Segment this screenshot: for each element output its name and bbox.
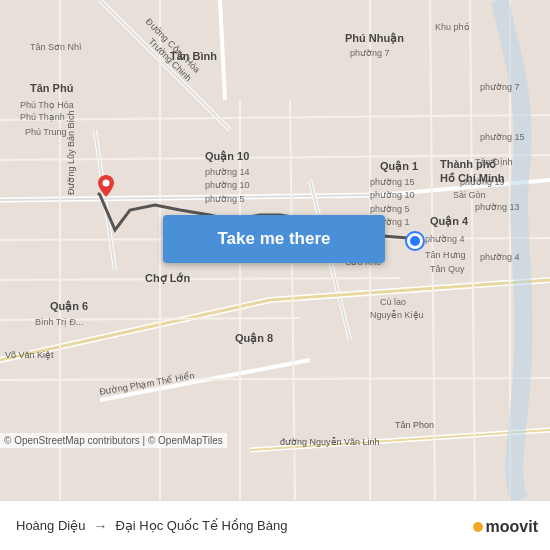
destination-marker bbox=[98, 175, 114, 197]
svg-text:phường 10: phường 10 bbox=[370, 190, 415, 200]
svg-text:phường 4: phường 4 bbox=[425, 234, 465, 244]
svg-text:Quận 6: Quận 6 bbox=[50, 300, 88, 313]
svg-text:phường 14: phường 14 bbox=[205, 167, 250, 177]
svg-text:Tân Phon: Tân Phon bbox=[395, 420, 434, 430]
moovit-text: moovit bbox=[486, 518, 538, 536]
svg-line-28 bbox=[470, 0, 475, 500]
svg-text:Tân Phú: Tân Phú bbox=[30, 82, 73, 94]
footer: Hoàng Diệu → Đại Học Quốc Tế Hồng Bàng m… bbox=[0, 500, 550, 550]
svg-text:Chợ Lớn: Chợ Lớn bbox=[145, 272, 190, 285]
from-label: Hoàng Diệu bbox=[16, 518, 85, 533]
origin-marker bbox=[407, 233, 423, 249]
svg-text:phường 13: phường 13 bbox=[475, 202, 520, 212]
svg-text:Quận 1: Quận 1 bbox=[380, 160, 418, 173]
svg-text:Phú Nhuận: Phú Nhuận bbox=[345, 32, 404, 45]
arrow-icon: → bbox=[93, 518, 107, 534]
moovit-logo: moovit bbox=[473, 518, 538, 536]
svg-text:Đường Lũy Bán Bích: Đường Lũy Bán Bích bbox=[66, 110, 76, 195]
svg-text:phường 15: phường 15 bbox=[370, 177, 415, 187]
svg-text:Khu phố: Khu phố bbox=[435, 22, 470, 32]
svg-text:phường 4: phường 4 bbox=[480, 252, 520, 262]
to-label: Đại Học Quốc Tế Hồng Bàng bbox=[115, 518, 287, 533]
svg-text:Bình Trị Đ...: Bình Trị Đ... bbox=[35, 317, 84, 327]
svg-text:Phú Trung: Phú Trung bbox=[25, 127, 67, 137]
svg-text:Hồ Chí Minh: Hồ Chí Minh bbox=[440, 172, 505, 184]
svg-text:Tân Sơn Nhì: Tân Sơn Nhì bbox=[30, 42, 82, 52]
svg-text:phường 10: phường 10 bbox=[205, 180, 250, 190]
svg-text:phường 5: phường 5 bbox=[370, 204, 410, 214]
svg-text:Sài Gòn: Sài Gòn bbox=[453, 190, 486, 200]
svg-text:Tân Định: Tân Định bbox=[475, 157, 513, 167]
svg-text:Cù lao: Cù lao bbox=[380, 297, 406, 307]
map-container: Đường Cộng Hòa Trường Chinh Đường Lũy Bá… bbox=[0, 0, 550, 500]
svg-text:Tân Quy: Tân Quy bbox=[430, 264, 465, 274]
svg-line-17 bbox=[0, 115, 550, 120]
svg-text:phường 7: phường 7 bbox=[480, 82, 520, 92]
svg-text:Tân Bình: Tân Bình bbox=[170, 50, 217, 62]
svg-line-22 bbox=[0, 378, 550, 380]
svg-text:Phú Thạnh: Phú Thạnh bbox=[20, 112, 65, 122]
take-me-there-button[interactable]: Take me there bbox=[163, 215, 385, 263]
svg-text:Võ Văn Kiệt: Võ Văn Kiệt bbox=[5, 350, 54, 360]
svg-text:Quận 10: Quận 10 bbox=[205, 150, 249, 163]
svg-line-1 bbox=[100, 0, 230, 130]
svg-text:Quận 4: Quận 4 bbox=[430, 215, 469, 228]
svg-text:phường 5: phường 5 bbox=[205, 194, 245, 204]
svg-text:Quận 8: Quận 8 bbox=[235, 332, 273, 345]
svg-text:phường 7: phường 7 bbox=[350, 48, 390, 58]
svg-line-12 bbox=[270, 280, 550, 300]
moovit-dot-icon bbox=[473, 522, 483, 532]
svg-text:đường Nguyễn Văn Linh: đường Nguyễn Văn Linh bbox=[280, 437, 380, 447]
svg-text:Tân Hưng: Tân Hưng bbox=[425, 250, 466, 260]
svg-line-16 bbox=[220, 0, 225, 100]
svg-text:phường 15: phường 15 bbox=[480, 132, 525, 142]
svg-point-77 bbox=[103, 180, 110, 187]
svg-text:Phú Thọ Hòa: Phú Thọ Hòa bbox=[20, 100, 74, 110]
copyright-text: © OpenStreetMap contributors | © OpenMap… bbox=[0, 433, 227, 448]
svg-text:Nguyễn Kiệu: Nguyễn Kiệu bbox=[370, 310, 424, 320]
